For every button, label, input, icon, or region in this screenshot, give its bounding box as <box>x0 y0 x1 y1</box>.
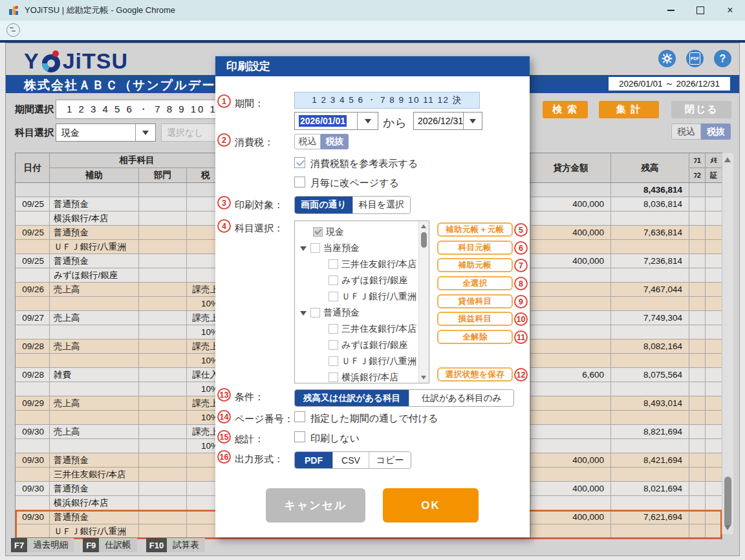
tree-checkbox[interactable] <box>310 243 320 253</box>
tree-checkbox[interactable] <box>329 259 338 269</box>
date-from-select[interactable]: 2026/01/01 <box>294 112 378 130</box>
collapse-icon[interactable] <box>300 246 307 251</box>
step-10-badge: 10 <box>514 312 528 326</box>
grand-total-no-print-checkbox[interactable] <box>294 431 305 442</box>
screen: YOJiTSU | 総勘定元帳 - Google Chrome × Y JiTS… <box>0 0 745 560</box>
page-number-through-label: 指定した期間の通しで付ける <box>310 413 438 425</box>
page-number-through-checkbox[interactable] <box>294 411 305 422</box>
output-copy-option[interactable]: コピー <box>369 452 411 468</box>
side-button-5[interactable]: 補助元帳＋元帳 <box>437 222 513 237</box>
tax-included-option[interactable]: 税込 <box>294 134 321 149</box>
step-14-badge: 14 <box>217 410 231 424</box>
tree-item[interactable]: 当座預金 <box>295 241 418 257</box>
step-6-badge: 6 <box>514 241 528 255</box>
step-7-badge: 7 <box>514 259 528 272</box>
tree-item[interactable]: ＵＦＪ銀行/八重洲 <box>295 354 418 370</box>
step-13-badge: 13 <box>217 388 231 402</box>
dialog-grand-total-label: 総計： <box>235 433 264 446</box>
page-break-monthly-checkbox[interactable] <box>294 177 305 188</box>
condition-journal-only-option[interactable]: 仕訳がある科目のみ <box>409 390 513 406</box>
page-break-monthly-label: 月毎に改ページする <box>310 177 399 189</box>
step-8-badge: 8 <box>514 277 528 290</box>
tree-checkbox[interactable] <box>310 308 320 318</box>
step-15-badge: 15 <box>217 430 231 444</box>
step-16-badge: 16 <box>217 450 231 464</box>
side-button-9[interactable]: 貸借科目 <box>437 294 513 308</box>
dialog-month-band[interactable]: 1 2 3 4 5 6 ・ 7 8 9 10 11 12 決 <box>294 92 480 109</box>
collapse-icon[interactable] <box>300 311 307 316</box>
tree-checkbox[interactable] <box>313 227 323 237</box>
tree-checkbox[interactable] <box>329 292 338 301</box>
dialog-page-number-label: ページ番号： <box>235 413 294 425</box>
scroll-down-icon[interactable] <box>421 376 426 380</box>
ok-button[interactable]: OK <box>383 488 479 522</box>
side-button-6[interactable]: 科目元帳 <box>437 241 513 255</box>
condition-balance-or-journal-option[interactable]: 残高又は仕訳がある科目 <box>295 390 409 406</box>
cancel-button[interactable]: キャンセル <box>266 488 365 522</box>
tree-checkbox[interactable] <box>329 324 338 334</box>
side-button-11[interactable]: 全解除 <box>437 330 513 344</box>
tax-excluded-option[interactable]: 税抜 <box>321 134 349 149</box>
tree-item[interactable]: みずほ銀行/銀座 <box>295 338 418 354</box>
scroll-up-icon[interactable] <box>421 224 426 228</box>
step-2-badge: 2 <box>217 133 231 147</box>
print-target-segmented[interactable]: 画面の通り 科目を選択 <box>294 196 411 214</box>
output-csv-option[interactable]: CSV <box>333 452 369 468</box>
tree-item[interactable]: 現金 <box>295 224 418 241</box>
chevron-down-icon[interactable] <box>463 113 482 129</box>
tree-item[interactable]: 三井住友銀行/本店 <box>295 321 418 338</box>
grand-total-no-print-label: 印刷しない <box>310 433 360 445</box>
chevron-down-icon[interactable] <box>357 113 378 129</box>
dialog-period-label: 期間： <box>235 98 264 110</box>
dialog-target-label: 印刷対象： <box>235 199 283 211</box>
print-settings-dialog: 印刷設定 1 期間： 1 2 3 4 5 6 ・ 7 8 9 10 11 12 … <box>0 0 745 560</box>
tree-checkbox[interactable] <box>329 372 338 382</box>
step-9-badge: 9 <box>514 295 528 308</box>
step-5-badge: 5 <box>514 223 528 237</box>
dialog-tax-toggle[interactable]: 税込 税抜 <box>294 134 349 149</box>
tree-checkbox[interactable] <box>329 340 338 350</box>
target-select-accounts-option[interactable]: 科目を選択 <box>353 197 410 213</box>
dialog-title: 印刷設定 <box>215 56 530 76</box>
dialog-account-select-label: 科目選択： <box>235 222 283 235</box>
listbox-scrollbar[interactable] <box>418 221 429 383</box>
tree-item[interactable]: ＵＦＪ銀行/八重洲 <box>295 289 418 305</box>
step-4-badge: 4 <box>217 219 231 233</box>
dialog-condition-label: 条件： <box>235 391 264 404</box>
scrollbar-thumb[interactable] <box>421 232 427 248</box>
show-tax-reference-label: 消費税額を参考表示する <box>310 158 418 170</box>
step-12-badge: 12 <box>514 368 528 382</box>
tree-item[interactable]: 横浜銀行/本店 <box>295 370 418 383</box>
step-3-badge: 3 <box>217 196 231 210</box>
side-button-12[interactable]: 選択状態を保存 <box>437 367 513 382</box>
account-tree-listbox[interactable]: 現金 当座預金 三井住友銀行/本店 みずほ銀行/銀座 ＵＦＪ銀行/八重洲 普通預… <box>294 221 429 383</box>
show-tax-reference-checkbox[interactable] <box>294 157 305 168</box>
target-as-screen-option[interactable]: 画面の通り <box>295 197 353 213</box>
dialog-output-label: 出力形式： <box>235 453 283 466</box>
tree-item[interactable]: 三井住友銀行/本店 <box>295 257 418 273</box>
step-1-badge: 1 <box>217 94 231 108</box>
tree-item[interactable]: みずほ銀行/銀座 <box>295 273 418 289</box>
output-format-segmented[interactable]: PDF CSV コピー <box>294 451 411 469</box>
side-button-10[interactable]: 損益科目 <box>437 312 513 326</box>
tree-checkbox[interactable] <box>329 275 338 285</box>
side-button-8[interactable]: 全選択 <box>437 276 513 290</box>
condition-segmented[interactable]: 残高又は仕訳がある科目 仕訳がある科目のみ <box>294 389 514 407</box>
side-button-7[interactable]: 補助元帳 <box>437 258 513 272</box>
tree-checkbox[interactable] <box>329 356 338 366</box>
date-connector: から <box>383 115 407 131</box>
dialog-tax-label: 消費税： <box>235 136 274 149</box>
step-11-badge: 11 <box>514 330 528 344</box>
tree-item[interactable]: 普通預金 <box>295 305 418 321</box>
date-to-select[interactable]: 2026/12/31 <box>413 112 482 130</box>
output-pdf-option[interactable]: PDF <box>295 452 333 468</box>
